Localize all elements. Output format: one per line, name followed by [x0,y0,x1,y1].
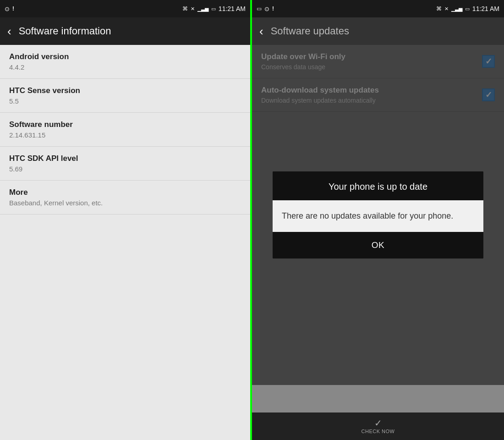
left-time: 11:21 AM [219,5,246,12]
more-value: Baseband, Kernel version, etc. [9,199,241,207]
right-battery-icon: ▭ [465,6,470,12]
dialog-overlay: Your phone is up to date There are no up… [252,45,504,385]
signal-bars-icon: ▁▃▅ [197,6,208,12]
right-status-left: ▭ ⊙ ! [257,6,274,12]
check-now-label: CHECK NOW [362,429,395,434]
left-status-right: ⌘ ✕ ▁▃▅ ▭ 11:21 AM [182,5,246,12]
htc-sense-label: HTC Sense version [9,86,241,95]
htc-sense-item: HTC Sense version 5.5 [0,79,250,113]
check-now-bar[interactable]: ✓ CHECK NOW [252,412,504,440]
dialog-title: Your phone is up to date [273,171,483,200]
sdk-api-item: HTC SDK API level 5.69 [0,147,250,181]
right-alert-icon: ! [272,6,274,12]
right-panel: ▭ ⊙ ! ⌘ ✕ ▁▃▅ ▭ 11:21 AM ‹ Software upda… [252,0,504,440]
htc-sense-value: 5.5 [9,97,241,105]
left-status-left: ⊙ ! [5,6,14,12]
dialog-body: There are no updates available for your … [273,200,483,232]
check-now-icon: ✓ [374,418,382,428]
android-version-value: 4.4.2 [9,63,241,71]
update-dialog: Your phone is up to date There are no up… [273,171,483,258]
right-screen-icon: ▭ [257,6,262,12]
dialog-actions: OK [273,232,483,258]
right-signal-cross-icon: ✕ [444,6,449,12]
right-location-icon: ⊙ [264,6,269,12]
battery-icon: ▭ [211,6,216,12]
android-version-label: Android version [9,52,241,61]
sdk-api-value: 5.69 [9,165,241,173]
right-time: 11:21 AM [472,5,499,12]
left-status-bar: ⊙ ! ⌘ ✕ ▁▃▅ ▭ 11:21 AM [0,0,250,17]
right-signal-bars-icon: ▁▃▅ [451,6,462,12]
wifi-icon: ⌘ [182,6,188,12]
right-screen-title: Software updates [271,25,349,37]
alert-icon: ! [12,6,14,12]
updates-content: Update over Wi-Fi only Conserves data us… [252,45,504,412]
location-icon: ⊙ [5,6,10,12]
software-info-list: Android version 4.4.2 HTC Sense version … [0,45,250,440]
left-top-bar: ‹ Software information [0,17,250,45]
right-back-button[interactable]: ‹ [259,25,263,37]
more-label: More [9,188,241,197]
dialog-message: There are no updates available for your … [282,210,474,222]
left-screen-title: Software information [19,25,111,37]
signal-cross-icon: ✕ [191,6,195,12]
software-number-label: Software number [9,120,241,129]
more-item[interactable]: More Baseband, Kernel version, etc. [0,181,250,214]
software-number-item: Software number 2.14.631.15 [0,113,250,147]
android-version-item: Android version 4.4.2 [0,45,250,79]
sdk-api-label: HTC SDK API level [9,154,241,163]
software-number-value: 2.14.631.15 [9,131,241,139]
dialog-ok-button[interactable]: OK [273,232,483,258]
right-status-bar: ▭ ⊙ ! ⌘ ✕ ▁▃▅ ▭ 11:21 AM [252,0,504,17]
left-panel: ⊙ ! ⌘ ✕ ▁▃▅ ▭ 11:21 AM ‹ Software inform… [0,0,252,440]
left-back-button[interactable]: ‹ [7,25,11,37]
right-top-bar: ‹ Software updates [252,17,504,45]
right-wifi-icon: ⌘ [436,6,442,12]
right-status-right: ⌘ ✕ ▁▃▅ ▭ 11:21 AM [436,5,499,12]
